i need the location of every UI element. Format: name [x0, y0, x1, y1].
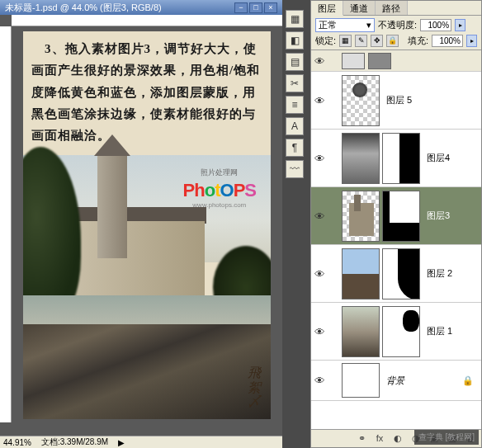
- layers-panel: 图层 通道 路径 正常▾ 不透明度: ▸ 锁定: ▦ ✎ ✥ 🔒 填充: ▸ 👁…: [310, 0, 482, 448]
- layer-thumbnail[interactable]: [342, 306, 380, 357]
- document-window: 未标题-1.psd @ 44.0% (图层3, RGB/8) − □ ×: [0, 0, 282, 436]
- layers-list[interactable]: 👁图层 5👁图层4👁图层3👁图层 2👁图层 1👁背景🔒: [311, 72, 481, 429]
- panel-tabs: 图层 通道 路径: [311, 1, 481, 16]
- lock-icon: 🔒: [462, 375, 474, 386]
- maximize-button[interactable]: □: [249, 2, 262, 13]
- lock-all-icon[interactable]: 🔒: [386, 35, 399, 47]
- layer-style-icon[interactable]: fx: [373, 433, 386, 445]
- visibility-toggle[interactable]: 👁: [314, 268, 325, 280]
- signature: 飛絮〆: [248, 365, 261, 409]
- mask-thumbnail[interactable]: [382, 133, 420, 184]
- layer-thumbnail[interactable]: [342, 248, 380, 299]
- visibility-toggle[interactable]: 👁: [314, 55, 325, 67]
- ruler-vertical[interactable]: [0, 26, 12, 422]
- layer-thumbnail[interactable]: [342, 363, 380, 398]
- document-titlebar[interactable]: 未标题-1.psd @ 44.0% (图层3, RGB/8) − □ ×: [0, 0, 282, 15]
- effect-thumb: [342, 53, 365, 69]
- visibility-toggle[interactable]: 👁: [314, 95, 325, 106]
- opacity-input[interactable]: [420, 19, 451, 31]
- history-icon[interactable]: ✂: [286, 74, 304, 92]
- extra-effects-row[interactable]: 👁: [311, 50, 481, 72]
- tutorial-text: 3、拖入素材图片3，调节好大大，使画面产生很好的景深效果，用色相/饱和度降低黄色…: [31, 38, 262, 146]
- visibility-toggle[interactable]: 👁: [314, 375, 325, 386]
- window-buttons: − □ ×: [234, 2, 277, 13]
- layer-row[interactable]: 👁图层3: [311, 187, 481, 245]
- lock-paint-icon[interactable]: ✎: [355, 35, 367, 47]
- lock-position-icon[interactable]: ✥: [371, 35, 383, 47]
- layer-name[interactable]: 图层 1: [427, 325, 452, 337]
- character-icon[interactable]: A: [286, 117, 304, 135]
- status-arrow-icon[interactable]: ▶: [118, 438, 125, 447]
- layer-name[interactable]: 图层3: [427, 210, 450, 222]
- blend-mode-select[interactable]: 正常▾: [315, 18, 375, 32]
- mini-toolbar: ▦ ◧ ▤ ✂ ≡ A ¶ 〰: [286, 10, 305, 178]
- logo-tagline: 照片处理网: [183, 167, 256, 178]
- opacity-label: 不透明度:: [378, 19, 417, 31]
- status-bar: 44.91% 文档:3.39M/28.9M ▶: [0, 436, 282, 448]
- layer-row[interactable]: 👁图层 5: [311, 72, 481, 130]
- paragraph-icon[interactable]: ¶: [286, 139, 304, 157]
- minimize-button[interactable]: −: [234, 2, 248, 13]
- mask-thumbnail[interactable]: [382, 248, 420, 299]
- navigator-icon[interactable]: ▦: [286, 10, 304, 28]
- link-layers-icon[interactable]: ⚭: [355, 433, 368, 445]
- doc-size: 文档:3.39M/28.9M: [41, 436, 108, 448]
- layer-name[interactable]: 图层 5: [386, 94, 412, 106]
- tab-channels[interactable]: 通道: [343, 1, 376, 15]
- mask-thumbnail[interactable]: [382, 306, 420, 357]
- photops-logo: 照片处理网 PhotOPS www.photops.com: [183, 167, 256, 209]
- visibility-toggle[interactable]: 👁: [314, 326, 325, 337]
- brush-icon[interactable]: 〰: [286, 160, 304, 178]
- zoom-level[interactable]: 44.91%: [3, 438, 31, 447]
- canvas[interactable]: 3、拖入素材图片3，调节好大大，使画面产生很好的景深效果，用色相/饱和度降低黄色…: [23, 31, 271, 419]
- layer-options: 正常▾ 不透明度: ▸ 锁定: ▦ ✎ ✥ 🔒 填充: ▸: [311, 16, 481, 50]
- layer-row[interactable]: 👁图层 1: [311, 303, 481, 361]
- layer-name[interactable]: 背景: [386, 375, 404, 387]
- lock-label: 锁定:: [315, 35, 336, 47]
- layer-name[interactable]: 图层 2: [427, 267, 452, 280]
- watermark: 查字典 [教程网]: [414, 430, 479, 445]
- logo-url: www.photops.com: [183, 201, 256, 209]
- fill-label: 填充:: [408, 35, 428, 47]
- tab-layers[interactable]: 图层: [311, 1, 343, 16]
- layer-row[interactable]: 👁背景🔒: [311, 361, 481, 401]
- layer-thumbnail[interactable]: [342, 191, 380, 242]
- lock-transparency-icon[interactable]: ▦: [339, 35, 352, 47]
- layer-row[interactable]: 👁图层4: [311, 130, 481, 187]
- close-button[interactable]: ×: [264, 2, 277, 13]
- canvas-area[interactable]: 3、拖入素材图片3，调节好大大，使画面产生很好的景深效果，用色相/饱和度降低黄色…: [12, 26, 282, 422]
- layer-thumbnail[interactable]: [342, 75, 380, 126]
- color-icon[interactable]: ◧: [286, 31, 304, 50]
- layer-name[interactable]: 图层4: [427, 152, 450, 164]
- visibility-toggle[interactable]: 👁: [314, 153, 325, 164]
- fill-arrow-icon[interactable]: ▸: [466, 35, 477, 47]
- mask-thumbnail[interactable]: [382, 191, 420, 242]
- opacity-arrow-icon[interactable]: ▸: [455, 19, 465, 31]
- visibility-toggle[interactable]: 👁: [314, 210, 325, 222]
- fill-input[interactable]: [432, 35, 463, 47]
- tab-paths[interactable]: 路径: [376, 1, 408, 15]
- swatches-icon[interactable]: ▤: [286, 53, 304, 71]
- layer-mask-icon[interactable]: ◐: [391, 433, 404, 445]
- ruler-horizontal[interactable]: [12, 15, 282, 26]
- document-title: 未标题-1.psd @ 44.0% (图层3, RGB/8): [5, 2, 162, 14]
- layer-thumbnail[interactable]: [342, 133, 380, 184]
- actions-icon[interactable]: ≡: [286, 96, 304, 114]
- layer-row[interactable]: 👁图层 2: [311, 245, 481, 303]
- effect-thumb: [368, 53, 391, 69]
